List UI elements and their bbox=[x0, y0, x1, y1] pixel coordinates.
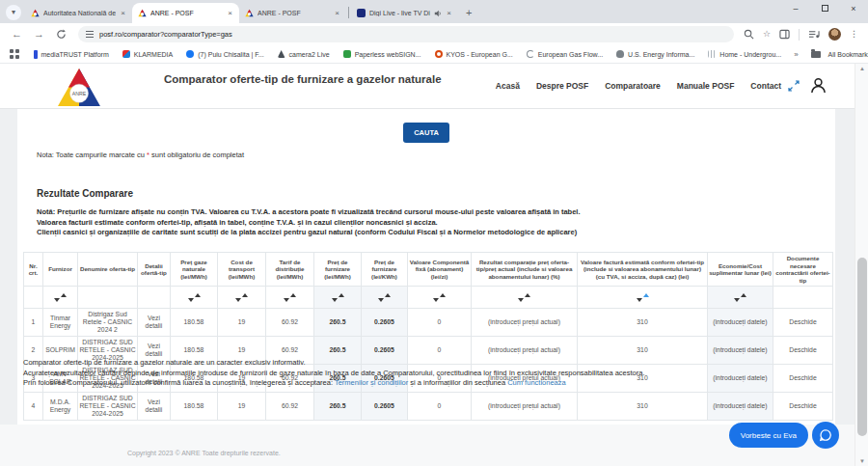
scroll-up-icon[interactable]: ▲ bbox=[855, 66, 868, 71]
forward-icon[interactable]: → bbox=[34, 29, 44, 40]
sort-arrows-icon[interactable] bbox=[54, 293, 67, 302]
new-tab-button[interactable]: + bbox=[466, 7, 472, 18]
col-header-pret-furnizare-mwh[interactable]: Preț de furnizare (lei/MWh) bbox=[314, 253, 362, 287]
reload-icon[interactable] bbox=[56, 29, 67, 40]
profile-avatar[interactable] bbox=[828, 28, 841, 41]
media-controls-icon[interactable] bbox=[808, 29, 820, 40]
nav-item-contact[interactable]: Contact bbox=[750, 81, 781, 91]
bookmark-mediatrust[interactable]: mediaTRUST Platform bbox=[34, 50, 109, 59]
nav-item-acasa[interactable]: Acasă bbox=[496, 81, 520, 91]
address-bar[interactable]: posf.ro/comparator?comparatorType=gas bbox=[78, 26, 734, 42]
bookmark-us-energy[interactable]: U.S. Energy Informa... bbox=[616, 50, 694, 58]
sort-arrows-icon-active[interactable] bbox=[637, 293, 649, 302]
cell-economie-input-hint[interactable]: (introduceți datele) bbox=[708, 393, 773, 421]
sort-pret-furnizare-kwh[interactable] bbox=[362, 287, 408, 309]
close-icon[interactable]: × bbox=[227, 9, 233, 17]
how-it-works-link[interactable]: Cum functioneaza bbox=[507, 378, 565, 387]
url-text[interactable]: posf.ro/comparator?comparatorType=gas bbox=[99, 30, 232, 39]
tab-anre-posf-2[interactable]: ANRE - POSF × bbox=[239, 3, 346, 23]
bookmark-star-icon[interactable]: ☆ bbox=[763, 30, 771, 39]
nav-item-manuale-posf[interactable]: Manuale POSF bbox=[677, 81, 735, 91]
close-icon[interactable]: × bbox=[120, 9, 126, 17]
sort-rezultat[interactable] bbox=[472, 287, 578, 309]
offer-name-link[interactable]: Distrigaz Sud Retele - CASNIC 2024 2 bbox=[78, 309, 138, 337]
browser-menu-icon[interactable]: ⋮ bbox=[850, 30, 858, 39]
side-panel-icon[interactable] bbox=[779, 29, 790, 40]
sort-economie[interactable] bbox=[708, 287, 773, 309]
vezi-detalii-link[interactable]: Vezi detalii bbox=[138, 393, 171, 421]
deschide-link[interactable]: Deschide bbox=[773, 393, 833, 421]
col-header-cost-transport[interactable]: Cost de transport (lei/MWh) bbox=[218, 253, 266, 287]
bookmark-camera2[interactable]: camera2 Live bbox=[278, 50, 330, 58]
col-header-economie[interactable]: Economie/Cost suplimentar lunar (lei) bbox=[708, 253, 773, 287]
col-header-rezultat-comparatie[interactable]: Rezultat comparație preț oferta-tip/preț… bbox=[472, 253, 578, 287]
nav-item-comparatoare[interactable]: Comparatoare bbox=[605, 81, 661, 91]
col-header-tarif-distributie[interactable]: Tarif de distribuție (lei/MWh) bbox=[266, 253, 314, 287]
sort-arrows-icon[interactable] bbox=[284, 293, 296, 302]
sort-arrows-icon[interactable] bbox=[235, 293, 248, 302]
bookmarks-overflow-icon[interactable]: » bbox=[794, 50, 798, 59]
digi-favicon bbox=[357, 9, 366, 17]
all-bookmarks-button[interactable]: All Bookmarks bbox=[811, 51, 868, 58]
zoom-icon[interactable] bbox=[744, 29, 754, 40]
bookmark-kyos[interactable]: KYOS - European G... bbox=[435, 50, 513, 58]
cell-economie-input-hint[interactable]: (introduceți datele) bbox=[708, 309, 773, 337]
tab-audio-icon[interactable] bbox=[434, 10, 442, 17]
site-settings-icon[interactable] bbox=[86, 31, 94, 38]
sort-componenta-fixa[interactable] bbox=[408, 287, 472, 309]
sort-pret-furnizare-mwh[interactable] bbox=[314, 287, 362, 309]
sort-cost-transport[interactable] bbox=[218, 287, 266, 309]
apps-grid-icon[interactable] bbox=[10, 49, 19, 59]
bookmark-paperless[interactable]: Paperless webSIGN... bbox=[343, 50, 421, 58]
col-header-documente: Documente necesare contractării ofertei-… bbox=[773, 253, 833, 287]
bookmark-facebook[interactable]: (7) Puiu Chisalita | F... bbox=[186, 50, 263, 58]
sort-arrows-icon[interactable] bbox=[433, 293, 446, 302]
browser-toolbar: ← → posf.ro/comparator?comparatorType=ga… bbox=[0, 23, 868, 45]
terms-link[interactable]: Termenilor și condițiilor bbox=[335, 378, 408, 387]
chat-with-eva-button[interactable]: Vorbeste cu Eva bbox=[729, 423, 808, 448]
user-account-icon[interactable] bbox=[809, 76, 827, 95]
sort-arrows-icon[interactable] bbox=[734, 293, 746, 302]
sort-pret-gaze[interactable] bbox=[171, 287, 218, 309]
disclaimer-text: și a informațiilor din secțiunea bbox=[408, 378, 507, 387]
sort-furnizor[interactable] bbox=[43, 287, 78, 309]
chat-bubble-button[interactable] bbox=[812, 422, 839, 449]
window-controls: – × bbox=[781, 0, 868, 23]
sort-valoare-factura-active[interactable] bbox=[578, 287, 708, 309]
tab-anre-authority[interactable]: Autoritatea Națională de Regle × bbox=[25, 3, 132, 23]
sort-arrows-icon[interactable] bbox=[518, 293, 530, 302]
col-header-componenta-fixa[interactable]: Valoare Componentă fixă (abonament) (lei… bbox=[408, 253, 472, 287]
close-window-button[interactable]: × bbox=[839, 0, 868, 19]
nav-item-despre-posf[interactable]: Despre POSF bbox=[536, 81, 588, 91]
col-header-valoare-factura[interactable]: Valoare factură estimată conform ofertei… bbox=[578, 253, 708, 287]
sort-tarif-distributie[interactable] bbox=[266, 287, 314, 309]
back-icon[interactable]: ← bbox=[12, 29, 22, 40]
maximize-button[interactable] bbox=[810, 0, 839, 19]
bookmark-gasflow[interactable]: European Gas Flow... bbox=[527, 50, 603, 58]
fullscreen-icon[interactable] bbox=[788, 80, 800, 92]
scrollbar-thumb[interactable] bbox=[857, 258, 867, 436]
offer-name-link[interactable]: DISTRIGAZ SUD RETELE - CASNIC 2024-2025 bbox=[78, 393, 138, 421]
col-header-furnizor[interactable]: Furnizor bbox=[43, 253, 78, 287]
bookmark-underground[interactable]: Home - Undergrou... bbox=[708, 50, 781, 58]
tab-digi-live[interactable]: Digi Live - live TV Digi24 si × bbox=[351, 3, 458, 23]
minimize-button[interactable]: – bbox=[781, 0, 810, 19]
close-icon[interactable]: × bbox=[446, 9, 452, 17]
sort-arrows-icon[interactable] bbox=[188, 293, 201, 302]
cauta-button[interactable]: CAUTA bbox=[403, 123, 449, 143]
deschide-link[interactable]: Deschide bbox=[773, 309, 833, 337]
close-icon[interactable]: × bbox=[334, 9, 340, 17]
vezi-detalii-link[interactable]: Vezi detalii bbox=[138, 309, 171, 337]
sort-arrows-icon[interactable] bbox=[332, 293, 344, 302]
bookmark-klarmedia[interactable]: KLARMEDIA bbox=[122, 50, 173, 58]
kyos-favicon bbox=[435, 50, 443, 58]
tab-search-button[interactable]: ▾ bbox=[6, 5, 21, 20]
cell-rezultat-input-hint[interactable]: (introduceți prețul actual) bbox=[472, 393, 578, 421]
page-scrollbar[interactable]: ▲ ▼ bbox=[854, 64, 868, 466]
tab-anre-posf-active[interactable]: ANRE - POSF × bbox=[132, 3, 239, 23]
scroll-down-icon[interactable]: ▼ bbox=[855, 458, 868, 464]
cell-rezultat-input-hint[interactable]: (introduceți prețul actual) bbox=[472, 309, 578, 337]
sort-arrows-icon[interactable] bbox=[378, 293, 391, 302]
col-header-pret-gaze[interactable]: Preț gaze naturale (lei/MWh) bbox=[171, 253, 218, 287]
col-header-pret-furnizare-kwh[interactable]: Preț de furnizare (lei/KWh) bbox=[362, 253, 408, 287]
